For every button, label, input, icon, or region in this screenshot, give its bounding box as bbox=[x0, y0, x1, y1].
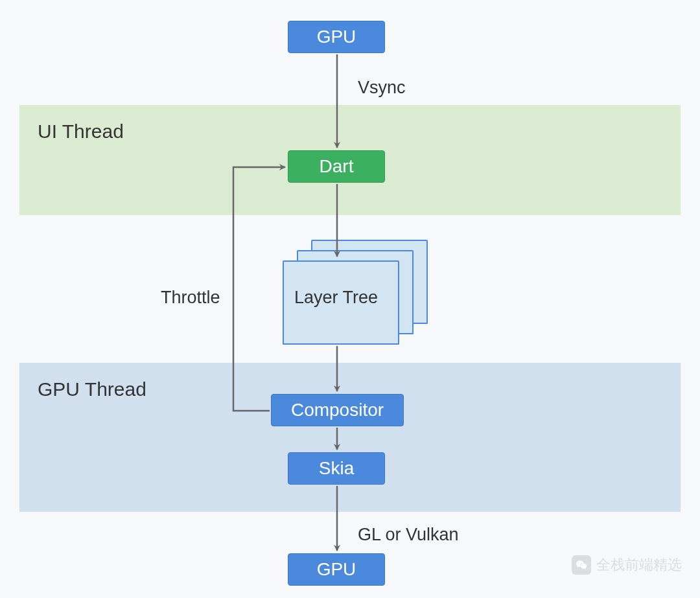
edge-label-gl: GL or Vulkan bbox=[358, 525, 459, 545]
watermark: 全栈前端精选 bbox=[572, 555, 682, 575]
gpu-bottom-label: GPU bbox=[317, 559, 356, 580]
dart-label: Dart bbox=[320, 156, 354, 177]
gpu-top-label: GPU bbox=[317, 27, 356, 47]
document-stack-icon: Layer Tree bbox=[283, 260, 399, 345]
skia-node: Skia bbox=[288, 452, 385, 485]
compositor-node: Compositor bbox=[271, 394, 404, 426]
watermark-text: 全栈前端精选 bbox=[596, 555, 682, 575]
edge-label-throttle: Throttle bbox=[161, 288, 220, 308]
ui-thread-label: UI Thread bbox=[38, 121, 124, 143]
edge-label-vsync: Vsync bbox=[358, 78, 406, 98]
dart-node: Dart bbox=[288, 150, 385, 183]
layer-tree-node: Layer Tree bbox=[283, 240, 432, 343]
gpu-thread-band: GPU Thread bbox=[19, 363, 681, 512]
compositor-label: Compositor bbox=[291, 400, 384, 420]
gpu-bottom-node: GPU bbox=[288, 553, 385, 586]
wechat-icon bbox=[572, 555, 591, 575]
diagram-canvas: UI Thread GPU Thread GPU Dart Layer Tree… bbox=[0, 0, 700, 598]
gpu-top-node: GPU bbox=[288, 21, 385, 53]
skia-label: Skia bbox=[319, 458, 354, 479]
layer-tree-label: Layer Tree bbox=[294, 288, 378, 308]
gpu-thread-label: GPU Thread bbox=[38, 378, 146, 400]
